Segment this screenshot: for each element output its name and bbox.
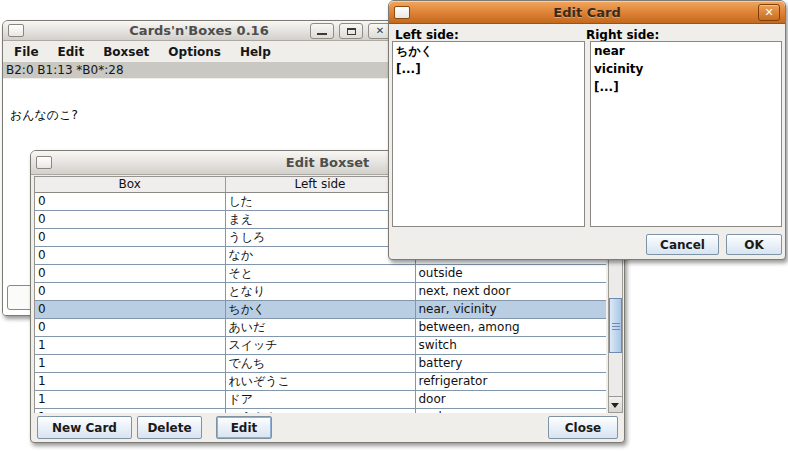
table-row[interactable]: 1れいぞうこrefrigerator: [35, 372, 606, 390]
maximize-button[interactable]: [339, 23, 363, 39]
column-header-box[interactable]: Box: [35, 177, 225, 192]
table-row[interactable]: 0となりnext, next door: [35, 282, 606, 300]
table-row[interactable]: 1ドアdoor: [35, 390, 606, 408]
minimize-button[interactable]: [310, 23, 334, 39]
card-window-title: Edit Card: [389, 5, 785, 20]
box-status-line[interactable]: B2:0 B1:13 *B0*:28: [3, 62, 395, 78]
list-item[interactable]: ちかく: [393, 42, 584, 60]
card-titlebar[interactable]: Edit Card ✕: [389, 1, 785, 24]
menubar: File Edit Boxset Options Help: [3, 41, 395, 62]
window-menu-icon[interactable]: [36, 156, 52, 169]
close-button[interactable]: ✕: [758, 4, 780, 21]
table-row[interactable]: 1でんちbattery: [35, 354, 606, 372]
card-left-list[interactable]: ちかく[...]: [392, 41, 585, 227]
window-menu-icon[interactable]: [394, 6, 410, 19]
menu-boxset[interactable]: Boxset: [103, 45, 149, 59]
cancel-button[interactable]: Cancel: [646, 234, 719, 255]
main-titlebar[interactable]: Cards'n'Boxes 0.16 ✕: [3, 21, 395, 41]
close-boxset-button[interactable]: Close: [548, 416, 618, 439]
menu-edit[interactable]: Edit: [58, 45, 85, 59]
new-card-button[interactable]: New Card: [37, 416, 132, 439]
window-menu-icon[interactable]: [8, 24, 24, 37]
column-header-left-side[interactable]: Left side: [225, 177, 415, 192]
table-row[interactable]: 1こうえんpark: [35, 408, 606, 413]
right-side-label: Right side:: [586, 28, 659, 42]
list-item[interactable]: near: [591, 42, 781, 60]
minimize-icon: [317, 33, 327, 35]
list-item[interactable]: vicinity: [591, 60, 781, 78]
scrollbar-thumb[interactable]: [609, 298, 622, 353]
table-row[interactable]: 0そとoutside: [35, 264, 606, 282]
table-row[interactable]: 0ちかくnear, vicinity: [35, 300, 606, 318]
menu-file[interactable]: File: [14, 45, 39, 59]
left-side-label: Left side:: [395, 28, 459, 42]
maximize-icon: [347, 28, 356, 35]
scrollbar-down-arrow[interactable]: [609, 396, 622, 412]
close-icon: ✕: [376, 25, 384, 36]
menu-help[interactable]: Help: [240, 45, 271, 59]
list-item[interactable]: [...]: [393, 60, 584, 78]
ok-button[interactable]: OK: [726, 234, 782, 255]
edit-card-window: Edit Card ✕ Left side: Right side: ちかく[.…: [388, 0, 786, 260]
table-row[interactable]: 1スイッチswitch: [35, 336, 606, 354]
delete-button[interactable]: Delete: [137, 416, 202, 439]
menu-options[interactable]: Options: [168, 45, 221, 59]
close-icon: ✕: [764, 6, 773, 19]
question-text: おんなのこ?: [10, 107, 395, 124]
table-row[interactable]: 0あいだbetween, among: [35, 318, 606, 336]
card-right-list[interactable]: nearvicinity[...]: [590, 41, 782, 227]
edit-button[interactable]: Edit: [216, 416, 272, 439]
list-item[interactable]: [...]: [591, 78, 781, 96]
